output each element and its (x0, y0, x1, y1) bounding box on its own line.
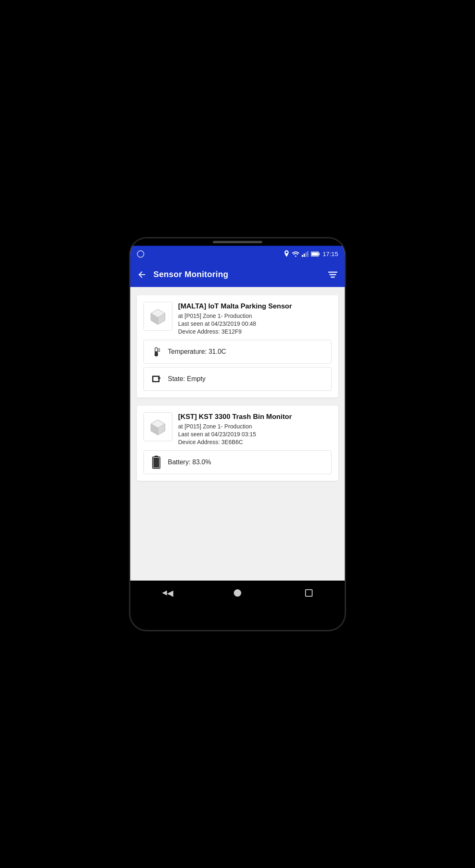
notch-bar (213, 241, 262, 243)
nav-back-button[interactable]: ◀ (158, 585, 174, 601)
filter-button[interactable] (327, 271, 338, 279)
signal-icon (137, 250, 144, 258)
sensor-last-seen-1: Last seen at 04/23/2019 00:48 (178, 320, 332, 327)
bottom-nav: ◀ (130, 581, 345, 605)
svg-rect-2 (306, 252, 307, 257)
svg-point-31 (234, 589, 241, 597)
svg-rect-1 (304, 254, 305, 257)
svg-rect-29 (153, 458, 159, 468)
nav-home-button[interactable] (229, 585, 246, 601)
sensor-info-1: [MALTA] IoT Malta Parking Sensor at [P01… (178, 302, 332, 335)
status-time: 17:15 (322, 250, 338, 257)
svg-rect-0 (302, 255, 303, 257)
content-area: [MALTA] IoT Malta Parking Sensor at [P01… (130, 287, 345, 581)
sensor-data-1: Temperature: 31.0C State: Empt (143, 340, 332, 391)
svg-rect-21 (153, 377, 158, 381)
sensor-cube-icon-1 (148, 306, 168, 327)
app-title: Sensor Monitoring (153, 270, 327, 279)
temperature-value: Temperature: 31.0C (168, 348, 226, 355)
state-icon (150, 372, 163, 386)
wifi-icon (292, 251, 299, 257)
phone-frame: 17:15 Sensor Monitoring (130, 238, 345, 630)
sensor-location-1: at [P015] Zone 1- Production (178, 313, 332, 319)
location-icon (284, 250, 289, 258)
battery-value: Battery: 83.0% (168, 459, 211, 466)
svg-rect-6 (312, 252, 318, 255)
sensor-info-2: [KST] KST 3300 Trash Bin Monitor at [P01… (178, 412, 332, 445)
sensor-address-1: Device Address: 3E12F9 (178, 328, 332, 335)
back-button[interactable] (137, 270, 147, 280)
sensor-name-2: [KST] KST 3300 Trash Bin Monitor (178, 412, 332, 421)
sensor-name-1: [MALTA] IoT Malta Parking Sensor (178, 302, 332, 311)
sensor-cube-icon-2 (148, 416, 168, 437)
sensor-card-2: [KST] KST 3300 Trash Bin Monitor at [P01… (137, 406, 338, 481)
svg-rect-5 (319, 253, 320, 255)
sensor-header-2: [KST] KST 3300 Trash Bin Monitor at [P01… (143, 412, 332, 445)
svg-rect-32 (306, 590, 312, 596)
phone-notch (130, 238, 345, 246)
sensor-card-1: [MALTA] IoT Malta Parking Sensor at [P01… (137, 295, 338, 398)
svg-rect-22 (158, 377, 160, 379)
nav-back-label: ◀ (167, 588, 173, 598)
temperature-icon (150, 345, 163, 358)
battery-status-icon (311, 252, 320, 256)
sensor-data-2: Battery: 83.0% (143, 450, 332, 474)
sensor-address-2: Device Address: 3E6B6C (178, 439, 332, 445)
nav-recent-button[interactable] (301, 585, 317, 601)
status-left (137, 250, 144, 258)
status-right: 17:15 (284, 250, 338, 258)
state-row: State: Empty (143, 367, 332, 391)
status-bar: 17:15 (130, 246, 345, 262)
battery-icon (150, 456, 163, 469)
signal-bars-icon (302, 251, 308, 257)
svg-rect-3 (307, 251, 308, 257)
sensor-icon-box-2 (143, 412, 172, 441)
battery-row: Battery: 83.0% (143, 450, 332, 474)
sensor-last-seen-2: Last seen at 04/23/2019 03:15 (178, 431, 332, 438)
sensor-icon-box-1 (143, 302, 172, 331)
state-value: State: Empty (168, 375, 206, 383)
phone-screen: 17:15 Sensor Monitoring (130, 246, 345, 605)
sensor-header-1: [MALTA] IoT Malta Parking Sensor at [P01… (143, 302, 332, 335)
sensor-location-2: at [P015] Zone 1- Production (178, 423, 332, 430)
svg-rect-16 (155, 351, 158, 355)
app-bar: Sensor Monitoring (130, 262, 345, 287)
temperature-row: Temperature: 31.0C (143, 340, 332, 364)
